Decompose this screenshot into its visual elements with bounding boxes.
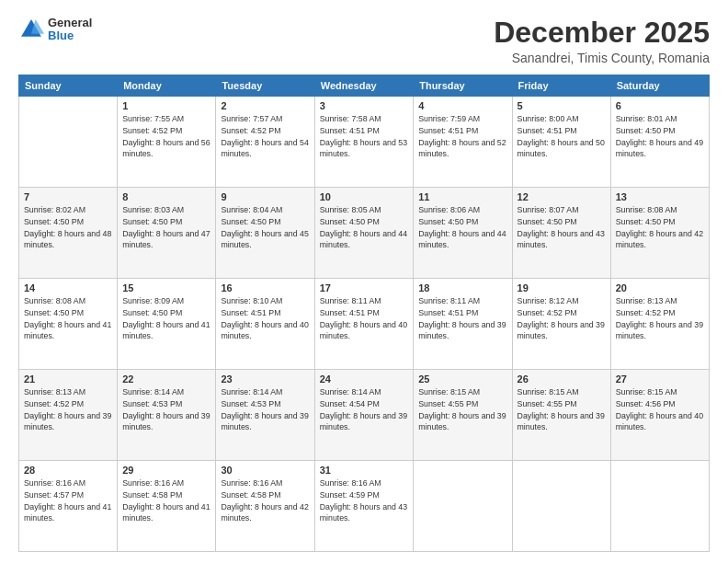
day-number: 9 [221, 191, 309, 202]
logo-blue-label: Blue [48, 29, 92, 42]
calendar-cell: 10Sunrise: 8:05 AMSunset: 4:50 PMDayligh… [314, 188, 414, 279]
day-info: Sunrise: 8:11 AMSunset: 4:51 PMDaylight:… [320, 295, 409, 342]
day-info: Sunrise: 8:13 AMSunset: 4:52 PMDaylight:… [24, 386, 112, 433]
calendar-cell [19, 97, 118, 188]
day-number: 12 [518, 191, 606, 202]
day-info: Sunrise: 7:59 AMSunset: 4:51 PMDaylight:… [418, 113, 506, 160]
weekday-header-sunday: Sunday [19, 75, 118, 97]
calendar-cell: 30Sunrise: 8:16 AMSunset: 4:58 PMDayligh… [216, 461, 314, 552]
calendar-week-3: 14Sunrise: 8:08 AMSunset: 4:50 PMDayligh… [19, 279, 710, 370]
calendar-cell: 27Sunrise: 8:15 AMSunset: 4:56 PMDayligh… [610, 370, 709, 461]
weekday-header-tuesday: Tuesday [216, 75, 314, 97]
calendar-cell: 7Sunrise: 8:02 AMSunset: 4:50 PMDaylight… [19, 188, 118, 279]
calendar-cell: 14Sunrise: 8:08 AMSunset: 4:50 PMDayligh… [19, 279, 118, 370]
day-number: 17 [320, 282, 409, 293]
calendar-cell: 31Sunrise: 8:16 AMSunset: 4:59 PMDayligh… [314, 461, 414, 552]
logo-general-label: General [48, 17, 92, 29]
day-info: Sunrise: 8:15 AMSunset: 4:56 PMDaylight:… [616, 386, 704, 433]
calendar-cell: 21Sunrise: 8:13 AMSunset: 4:52 PMDayligh… [19, 370, 118, 461]
day-info: Sunrise: 8:15 AMSunset: 4:55 PMDaylight:… [418, 386, 506, 433]
day-info: Sunrise: 8:12 AMSunset: 4:52 PMDaylight:… [518, 295, 606, 342]
day-number: 27 [616, 373, 704, 385]
calendar-week-2: 7Sunrise: 8:02 AMSunset: 4:50 PMDaylight… [19, 188, 710, 279]
day-number: 11 [418, 191, 506, 202]
calendar-cell [610, 461, 709, 552]
day-number: 23 [221, 373, 309, 385]
day-info: Sunrise: 8:13 AMSunset: 4:52 PMDaylight:… [616, 295, 704, 342]
day-number: 6 [616, 100, 704, 111]
calendar-cell [414, 461, 512, 552]
day-number: 14 [24, 282, 112, 293]
day-number: 28 [24, 465, 112, 476]
day-info: Sunrise: 8:15 AMSunset: 4:55 PMDaylight:… [518, 386, 606, 433]
day-number: 22 [122, 373, 210, 385]
calendar-cell: 25Sunrise: 8:15 AMSunset: 4:55 PMDayligh… [414, 370, 512, 461]
day-info: Sunrise: 8:16 AMSunset: 4:57 PMDaylight:… [24, 477, 112, 524]
month-title: December 2025 [494, 17, 710, 49]
day-number: 18 [418, 282, 506, 293]
calendar-cell [512, 461, 610, 552]
calendar-cell: 13Sunrise: 8:08 AMSunset: 4:50 PMDayligh… [610, 188, 709, 279]
calendar-week-5: 28Sunrise: 8:16 AMSunset: 4:57 PMDayligh… [19, 461, 710, 552]
calendar-cell: 19Sunrise: 8:12 AMSunset: 4:52 PMDayligh… [512, 279, 610, 370]
calendar-table: SundayMondayTuesdayWednesdayThursdayFrid… [18, 75, 710, 552]
day-info: Sunrise: 8:10 AMSunset: 4:51 PMDaylight:… [221, 295, 309, 342]
day-info: Sunrise: 7:57 AMSunset: 4:52 PMDaylight:… [221, 113, 309, 160]
weekday-header-thursday: Thursday [414, 75, 512, 97]
day-info: Sunrise: 7:58 AMSunset: 4:51 PMDaylight:… [320, 113, 409, 160]
calendar-cell: 2Sunrise: 7:57 AMSunset: 4:52 PMDaylight… [216, 97, 314, 188]
day-number: 31 [320, 465, 409, 476]
calendar-week-4: 21Sunrise: 8:13 AMSunset: 4:52 PMDayligh… [19, 370, 710, 461]
header: General Blue December 2025 Sanandrei, Ti… [18, 17, 710, 65]
calendar-cell: 18Sunrise: 8:11 AMSunset: 4:51 PMDayligh… [414, 279, 512, 370]
calendar-cell: 26Sunrise: 8:15 AMSunset: 4:55 PMDayligh… [512, 370, 610, 461]
page: General Blue December 2025 Sanandrei, Ti… [0, 0, 728, 563]
day-info: Sunrise: 8:06 AMSunset: 4:50 PMDaylight:… [418, 204, 506, 251]
day-info: Sunrise: 8:14 AMSunset: 4:54 PMDaylight:… [320, 386, 409, 433]
day-info: Sunrise: 8:02 AMSunset: 4:50 PMDaylight:… [24, 204, 112, 251]
calendar-cell: 15Sunrise: 8:09 AMSunset: 4:50 PMDayligh… [118, 279, 216, 370]
day-number: 7 [24, 191, 112, 202]
day-info: Sunrise: 8:03 AMSunset: 4:50 PMDaylight:… [122, 204, 210, 251]
calendar-cell: 29Sunrise: 8:16 AMSunset: 4:58 PMDayligh… [118, 461, 216, 552]
calendar-cell: 1Sunrise: 7:55 AMSunset: 4:52 PMDaylight… [118, 97, 216, 188]
day-number: 3 [320, 100, 409, 111]
day-number: 24 [320, 373, 409, 385]
day-number: 29 [122, 465, 210, 476]
calendar-cell: 3Sunrise: 7:58 AMSunset: 4:51 PMDaylight… [314, 97, 414, 188]
day-number: 15 [122, 282, 210, 293]
day-info: Sunrise: 8:09 AMSunset: 4:50 PMDaylight:… [122, 295, 210, 342]
day-info: Sunrise: 8:16 AMSunset: 4:58 PMDaylight:… [122, 477, 210, 524]
weekday-header-wednesday: Wednesday [314, 75, 414, 97]
day-info: Sunrise: 8:01 AMSunset: 4:50 PMDaylight:… [616, 113, 704, 160]
day-number: 26 [518, 373, 606, 385]
logo-text: General Blue [48, 17, 92, 43]
calendar-cell: 5Sunrise: 8:00 AMSunset: 4:51 PMDaylight… [512, 97, 610, 188]
day-number: 25 [418, 373, 506, 385]
calendar-cell: 12Sunrise: 8:07 AMSunset: 4:50 PMDayligh… [512, 188, 610, 279]
calendar-cell: 16Sunrise: 8:10 AMSunset: 4:51 PMDayligh… [216, 279, 314, 370]
weekday-header-row: SundayMondayTuesdayWednesdayThursdayFrid… [19, 75, 710, 97]
calendar-cell: 4Sunrise: 7:59 AMSunset: 4:51 PMDaylight… [414, 97, 512, 188]
calendar-cell: 9Sunrise: 8:04 AMSunset: 4:50 PMDaylight… [216, 188, 314, 279]
day-number: 5 [518, 100, 606, 111]
calendar-body: 1Sunrise: 7:55 AMSunset: 4:52 PMDaylight… [19, 97, 710, 552]
day-info: Sunrise: 8:00 AMSunset: 4:51 PMDaylight:… [518, 113, 606, 160]
day-info: Sunrise: 8:16 AMSunset: 4:58 PMDaylight:… [221, 477, 309, 524]
day-info: Sunrise: 8:08 AMSunset: 4:50 PMDaylight:… [24, 295, 112, 342]
calendar-cell: 8Sunrise: 8:03 AMSunset: 4:50 PMDaylight… [118, 188, 216, 279]
weekday-header-monday: Monday [118, 75, 216, 97]
calendar-week-1: 1Sunrise: 7:55 AMSunset: 4:52 PMDaylight… [19, 97, 710, 188]
day-info: Sunrise: 7:55 AMSunset: 4:52 PMDaylight:… [122, 113, 210, 160]
calendar-cell: 23Sunrise: 8:14 AMSunset: 4:53 PMDayligh… [216, 370, 314, 461]
day-number: 19 [518, 282, 606, 293]
title-section: December 2025 Sanandrei, Timis County, R… [494, 17, 710, 65]
logo: General Blue [18, 17, 92, 43]
day-number: 1 [122, 100, 210, 111]
logo-icon [18, 17, 44, 42]
day-info: Sunrise: 8:08 AMSunset: 4:50 PMDaylight:… [616, 204, 704, 251]
calendar-cell: 22Sunrise: 8:14 AMSunset: 4:53 PMDayligh… [118, 370, 216, 461]
day-info: Sunrise: 8:14 AMSunset: 4:53 PMDaylight:… [221, 386, 309, 433]
day-info: Sunrise: 8:07 AMSunset: 4:50 PMDaylight:… [518, 204, 606, 251]
day-info: Sunrise: 8:14 AMSunset: 4:53 PMDaylight:… [122, 386, 210, 433]
